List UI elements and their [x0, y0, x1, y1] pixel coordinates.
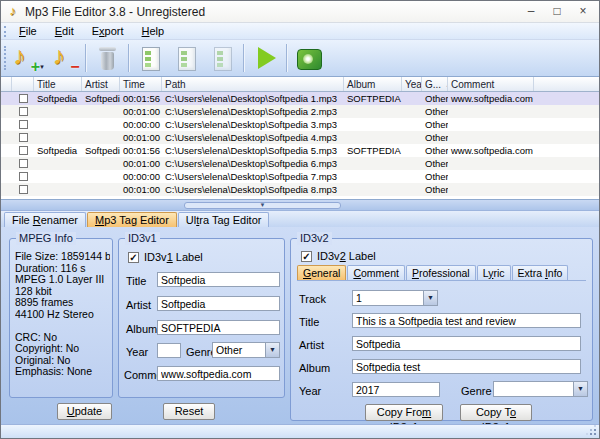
tab-ultra-tag-editor[interactable]: Ultra Tag Editor [178, 212, 270, 227]
tab-file-renamer[interactable]: File Renamer [4, 212, 86, 227]
column-header-artist[interactable]: Artist [82, 77, 120, 91]
cell-path: C:\Users\elena\Desktop\Softpedia 5.mp3 [162, 144, 344, 157]
table-row[interactable]: SoftpediaSoftpedia00:01:56C:\Users\elena… [1, 92, 599, 105]
id3v2-artist-input[interactable] [352, 336, 581, 351]
row-selector-cell [1, 92, 12, 105]
id3v1-title-input[interactable] [157, 272, 280, 287]
id3v2-enabled-checkbox[interactable]: ✓ [301, 251, 312, 262]
splitter[interactable]: ▼ [1, 200, 599, 211]
id3v2-tab-general[interactable]: General [297, 265, 346, 280]
id3v2-track-select[interactable]: 1 ▼ [352, 290, 438, 306]
app-icon: ♪ [5, 4, 20, 19]
resize-grip[interactable] [586, 425, 596, 435]
cell-artist [82, 131, 120, 144]
menu-help[interactable]: Help [133, 24, 174, 38]
cell-time: 00:00:00 [120, 170, 162, 183]
id3v1-year-input[interactable] [157, 343, 181, 358]
row-checkbox[interactable] [19, 146, 28, 155]
menu-edit[interactable]: Edit [46, 24, 83, 38]
table-row[interactable]: 00:01:00C:\Users\elena\Desktop\Softpedia… [1, 105, 599, 118]
title-bar[interactable]: ♪ Mp3 File Editor 3.8 - Unregistered – □… [1, 1, 599, 23]
id3v2-title-input[interactable] [352, 313, 581, 328]
chevron-down-icon[interactable]: ▼ [573, 382, 587, 396]
mpeg-info-line [15, 320, 110, 332]
column-header-g[interactable]: G...▲ [422, 77, 448, 91]
chevron-down-icon[interactable]: ▼ [423, 291, 437, 305]
id3v2-genre-select[interactable]: ▼ [493, 381, 588, 397]
table-row[interactable]: SoftpediaSoftpedia00:01:56C:\Users\elena… [1, 144, 599, 157]
close-button[interactable]: × [575, 5, 591, 19]
row-checkbox[interactable] [19, 159, 28, 168]
toolbar-grip[interactable] [4, 46, 6, 70]
row-checkbox[interactable] [19, 133, 28, 142]
id3v1-title-label: Title [126, 275, 146, 287]
id3v2-year-input[interactable] [352, 382, 440, 397]
id3v2-album-input[interactable] [352, 359, 581, 374]
reset-button[interactable]: Reset [163, 403, 215, 420]
tab-mp3-tag-editor[interactable]: Mp3 Tag Editor [87, 212, 177, 227]
save-id3v1-tag-button[interactable] [169, 42, 203, 74]
checkbox-column-header[interactable] [12, 77, 34, 91]
row-checkbox[interactable] [19, 172, 28, 181]
column-header-year[interactable]: Year [402, 77, 422, 91]
table-row[interactable]: 00:00:00C:\Users\elena\Desktop\Softpedia… [1, 170, 599, 183]
menu-bar: FileEditExportHelp [1, 23, 599, 40]
menubar-grip[interactable] [4, 26, 6, 37]
row-selector-cell [1, 118, 12, 131]
column-header-label: Path [165, 79, 186, 90]
mpeg-info-line: Emphasis: None [15, 366, 110, 378]
music-note-add-icon [11, 45, 38, 72]
row-selector-cell [1, 144, 12, 157]
id3v2-tab-extra-info[interactable]: Extra Info [512, 265, 569, 280]
id3v2-tab-lyric[interactable]: Lyric [477, 265, 511, 280]
table-row[interactable]: 00:00:00C:\Users\elena\Desktop\Softpedia… [1, 118, 599, 131]
id3v1-genre-select[interactable]: Other ▼ [212, 342, 280, 358]
pack-button[interactable] [291, 42, 325, 74]
minimize-button[interactable]: – [523, 5, 539, 19]
cell-time: 00:01:00 [120, 157, 162, 170]
id3v2-tab-professional[interactable]: Professional [406, 265, 476, 280]
remove-file-button[interactable] [47, 42, 81, 74]
copy-from-id3v1-button[interactable]: Copy From ID3v1 [365, 404, 443, 421]
table-row[interactable]: 00:01:00C:\Users\elena\Desktop\Softpedia… [1, 183, 599, 196]
column-header-path[interactable]: Path [162, 77, 344, 91]
id3v1-album-input[interactable] [157, 320, 280, 335]
row-checkbox[interactable] [19, 107, 28, 116]
add-files-button[interactable]: ▼ [11, 42, 45, 74]
id3v1-artist-input[interactable] [157, 296, 280, 311]
row-checkbox[interactable] [19, 120, 28, 129]
document-tags-lighter-icon [209, 45, 236, 72]
save-id3v2-tag-button[interactable] [205, 42, 239, 74]
id3v1-artist-label: Artist [126, 299, 151, 311]
id3v2-tab-comment[interactable]: Comment [347, 265, 405, 280]
menu-file[interactable]: File [10, 24, 46, 38]
maximize-button[interactable]: □ [549, 5, 565, 19]
play-button[interactable] [248, 42, 282, 74]
row-checkbox[interactable] [19, 185, 28, 194]
id3v2-genre-label: Genre [461, 385, 492, 397]
document-tags-icon [137, 45, 164, 72]
cell-title: Softpedia [34, 92, 82, 105]
id3v1-comment-input[interactable] [157, 366, 280, 381]
column-header-comment[interactable]: Comment [448, 77, 534, 91]
column-header-time[interactable]: Time [120, 77, 162, 91]
main-tabs: File RenamerMp3 Tag EditorUltra Tag Edit… [1, 211, 599, 227]
copy-to-id3v1-button[interactable]: Copy To ID3v1 [460, 404, 532, 421]
row-checkbox[interactable] [19, 94, 28, 103]
splitter-collapse-button[interactable]: ▼ [184, 202, 341, 209]
cell-genre: Other [422, 170, 448, 183]
table-row[interactable]: 00:01:00C:\Users\elena\Desktop\Softpedia… [1, 157, 599, 170]
column-header-title[interactable]: Title [34, 77, 82, 91]
column-header-album[interactable]: Album [344, 77, 402, 91]
menu-export[interactable]: Export [83, 24, 133, 38]
save-all-tags-button[interactable] [133, 42, 167, 74]
id3v1-genre-value: Other [213, 343, 265, 357]
row-checkbox-cell [12, 92, 34, 105]
delete-file-button[interactable] [90, 42, 124, 74]
id3v1-enabled-checkbox[interactable]: ✓ [128, 252, 139, 263]
chevron-down-icon[interactable]: ▼ [265, 343, 279, 357]
table-row[interactable]: 00:01:00C:\Users\elena\Desktop\Softpedia… [1, 131, 599, 144]
row-selector-cell [1, 131, 12, 144]
update-button[interactable]: Update [57, 403, 112, 420]
id3v1-album-label: Album [126, 323, 157, 335]
